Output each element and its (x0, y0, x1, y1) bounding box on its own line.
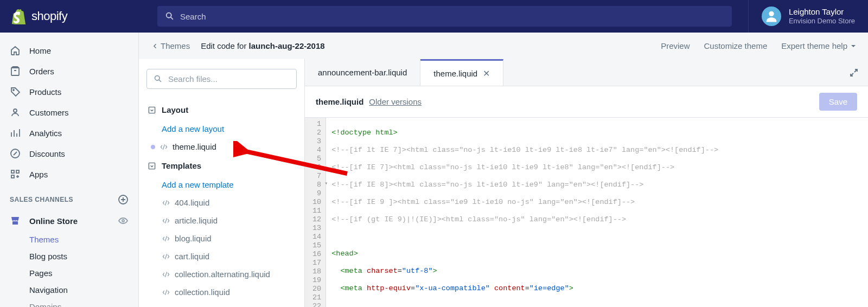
code-file-icon (162, 288, 170, 297)
expand-icon[interactable] (840, 67, 868, 78)
add-new-layout[interactable]: Add a new layout (146, 120, 297, 138)
home-icon (10, 45, 21, 56)
svg-rect-10 (149, 107, 155, 113)
file-collection-alt[interactable]: collection.alternating.liquid (146, 265, 297, 283)
add-new-template[interactable]: Add a new template (146, 176, 297, 194)
file-collection[interactable]: collection.liquid (146, 283, 297, 301)
subnav-themes[interactable]: Themes (29, 231, 138, 248)
code-file-icon (162, 199, 170, 207)
file-tree-panel: Layout Add a new layout theme.liquid Tem… (139, 59, 305, 307)
section-templates[interactable]: Templates (146, 156, 297, 176)
file-article[interactable]: article.liquid (146, 212, 297, 229)
editor-tabs: announcement-bar.liquid theme.liquid ✕ (305, 59, 868, 86)
user-store: Envision Demo Store (789, 17, 855, 26)
svg-rect-1 (11, 68, 19, 75)
preview-link[interactable]: Preview (661, 41, 690, 50)
open-file-name: theme.liquid (316, 97, 363, 106)
file-search[interactable] (146, 69, 297, 89)
analytics-icon (10, 127, 21, 138)
modified-dot-icon (151, 145, 155, 149)
tab-announcement[interactable]: announcement-bar.liquid (305, 59, 420, 86)
nav-customers[interactable]: Customers (0, 102, 138, 123)
svg-rect-5 (11, 170, 14, 173)
svg-point-3 (14, 109, 17, 112)
tab-theme[interactable]: theme.liquid ✕ (420, 59, 503, 86)
code-editor-panel: announcement-bar.liquid theme.liquid ✕ t… (305, 59, 868, 307)
discounts-icon (10, 148, 21, 159)
logo-area[interactable]: shopify (0, 8, 141, 24)
products-icon (10, 86, 21, 97)
svg-rect-7 (11, 175, 14, 178)
subnav-pages[interactable]: Pages (29, 265, 138, 282)
apps-icon (10, 169, 21, 180)
customize-theme-link[interactable]: Customize theme (704, 41, 768, 50)
caret-down-icon (851, 43, 856, 49)
subnav-domains[interactable]: Domains (29, 298, 138, 307)
nav-analytics[interactable]: Analytics (0, 123, 138, 143)
search-icon (165, 11, 175, 21)
code-file-icon (162, 252, 170, 261)
search-icon (154, 74, 163, 84)
svg-rect-6 (16, 170, 19, 173)
older-versions-link[interactable]: Older versions (369, 97, 422, 106)
file-theme-liquid[interactable]: theme.liquid (146, 138, 297, 156)
search-input[interactable] (180, 12, 724, 21)
customers-icon (10, 107, 21, 118)
folder-down-icon (148, 162, 156, 170)
svg-point-0 (769, 11, 774, 16)
nav-discounts[interactable]: Discounts (0, 143, 138, 164)
orders-icon (10, 66, 21, 76)
add-channel-icon[interactable] (118, 194, 129, 205)
nav-home[interactable]: Home (0, 40, 138, 61)
save-button[interactable]: Save (819, 93, 857, 111)
subnav-blog-posts[interactable]: Blog posts (29, 248, 138, 265)
global-search[interactable] (157, 6, 732, 27)
file-blog[interactable]: blog.liquid (146, 229, 297, 247)
page-title: Edit code for launch-aug-22-2018 (201, 41, 324, 50)
file-cart[interactable]: cart.liquid (146, 247, 297, 265)
svg-rect-11 (149, 163, 155, 169)
svg-point-2 (13, 89, 14, 91)
user-menu[interactable]: Leighton Taylor Envision Demo Store (748, 0, 868, 33)
file-404[interactable]: 404.liquid (146, 194, 297, 212)
nav-apps[interactable]: Apps (0, 164, 138, 184)
section-layout[interactable]: Layout (146, 100, 297, 120)
code-editor[interactable]: 12345678910111213141516171819202122 <!do… (305, 117, 868, 307)
subnav-navigation[interactable]: Navigation (29, 282, 138, 298)
avatar (762, 7, 781, 26)
expert-theme-help[interactable]: Expert theme help (781, 41, 856, 50)
code-file-icon (162, 270, 170, 279)
sales-channels-heading: SALES CHANNELS (0, 184, 138, 210)
sidebar: Home Orders Products Customers Analytics… (0, 33, 139, 307)
nav-products[interactable]: Products (0, 81, 138, 102)
code-file-icon (159, 143, 168, 151)
file-search-input[interactable] (168, 74, 290, 84)
brand-text: shopify (31, 9, 67, 23)
line-gutter: 12345678910111213141516171819202122 (305, 118, 326, 307)
close-tab-icon[interactable]: ✕ (483, 68, 490, 79)
back-to-themes[interactable]: Themes (151, 41, 190, 50)
online-store-icon (10, 215, 21, 226)
code-lines[interactable]: <!doctype html> <!--[if lt IE 7]><html c… (326, 118, 724, 307)
view-store-icon[interactable] (118, 215, 129, 226)
svg-point-9 (122, 220, 124, 222)
code-file-icon (162, 216, 170, 225)
code-file-icon (162, 234, 170, 243)
user-name: Leighton Taylor (789, 7, 855, 17)
chevron-left-icon (151, 42, 158, 50)
folder-down-icon (148, 106, 156, 114)
shopify-bag-icon (11, 8, 26, 24)
nav-orders[interactable]: Orders (0, 61, 138, 81)
nav-online-store[interactable]: Online Store (0, 210, 138, 231)
